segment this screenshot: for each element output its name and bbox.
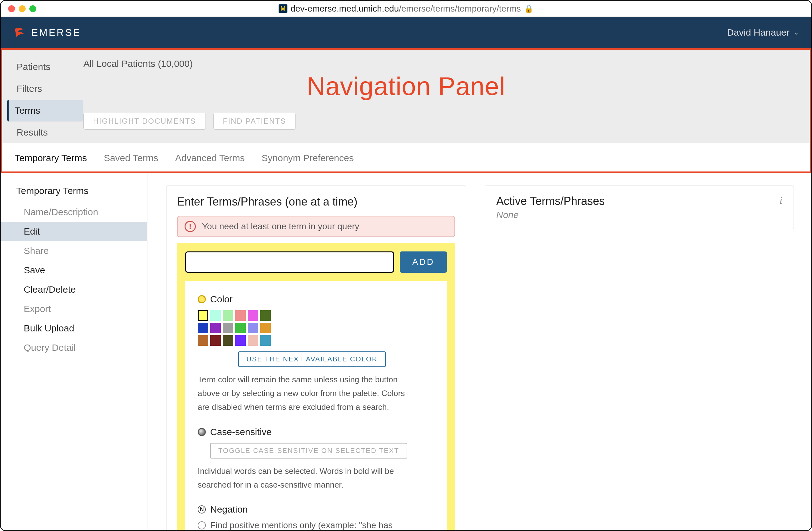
negation-heading-label: Negation [210, 504, 248, 515]
subtab-synonym-preferences[interactable]: Synonym Preferences [262, 153, 354, 163]
sidebar-item-export[interactable]: Export [16, 299, 147, 319]
color-swatch[interactable] [198, 310, 208, 321]
negation-option-positive[interactable]: Find positive mentions only (example: "s… [198, 520, 434, 530]
sidebar-item-save[interactable]: Save [16, 260, 147, 280]
app-navbar: EMERSE David Hanauer ⌄ [1, 17, 811, 48]
color-swatch[interactable] [210, 335, 221, 346]
color-swatch[interactable] [210, 310, 221, 321]
find-patients-button[interactable]: FIND PATIENTS [213, 113, 296, 130]
sidebar-item-query-detail[interactable]: Query Detail [16, 338, 147, 357]
sidebar-item-edit[interactable]: Edit [1, 222, 147, 241]
color-swatch[interactable] [260, 310, 271, 321]
subtab-advanced-terms[interactable]: Advanced Terms [175, 153, 245, 163]
color-swatch[interactable] [223, 322, 233, 333]
color-swatch-grid [198, 310, 279, 346]
color-swatch[interactable] [248, 322, 258, 333]
brand-name: EMERSE [31, 27, 81, 39]
negation-section-heading: N Negation [198, 504, 434, 515]
toggle-case-sensitive-button[interactable]: TOGGLE CASE-SENSITIVE ON SELECTED TEXT [210, 443, 407, 459]
traffic-lights [8, 5, 36, 12]
enter-terms-panel: Enter Terms/Phrases (one at a time) ! Yo… [166, 186, 466, 531]
minimize-window-button[interactable] [19, 5, 26, 12]
color-heading-label: Color [210, 294, 233, 304]
user-name: David Hanauer [727, 27, 789, 38]
primary-nav: Patients Filters Terms Results [2, 50, 83, 143]
active-terms-heading: Active Terms/Phrases [496, 195, 605, 208]
window-titlebar: M dev-emerse.med.umich.edu/emerse/terms/… [1, 1, 811, 17]
sidebar-item-bulk-upload[interactable]: Bulk Upload [16, 319, 147, 338]
patient-context-label: All Local Patients (10,000) [83, 58, 810, 69]
sidebar-item-name-description[interactable]: Name/Description [16, 202, 147, 222]
term-input[interactable] [185, 252, 394, 273]
color-swatch[interactable] [235, 335, 246, 346]
color-swatch[interactable] [235, 310, 246, 321]
add-term-button[interactable]: ADD [400, 252, 447, 273]
color-swatch[interactable] [198, 322, 208, 333]
sidebar-item-share[interactable]: Share [16, 241, 147, 260]
nav-item-terms[interactable]: Terms [7, 100, 83, 121]
color-orb-icon [198, 295, 206, 303]
navigation-panel: Navigation Panel Patients Filters Terms … [1, 48, 811, 173]
color-swatch[interactable] [235, 322, 246, 333]
use-next-color-button[interactable]: USE THE NEXT AVAILABLE COLOR [238, 351, 386, 367]
highlight-documents-button[interactable]: HIGHLIGHT DOCUMENTS [83, 113, 206, 130]
color-swatch[interactable] [248, 335, 258, 346]
nav-item-patients[interactable]: Patients [15, 56, 83, 78]
color-swatch[interactable] [223, 335, 233, 346]
negation-orb-icon: N [198, 505, 206, 514]
terms-subtabs: Temporary Terms Saved Terms Advanced Ter… [2, 143, 810, 171]
nav-item-filters[interactable]: Filters [15, 78, 83, 100]
case-heading-label: Case-sensitive [210, 427, 272, 437]
address-bar[interactable]: M dev-emerse.med.umich.edu/emerse/terms/… [279, 4, 533, 14]
url-path: /emerse/terms/temporary/terms [399, 4, 521, 13]
active-terms-none: None [496, 210, 782, 220]
nav-item-results[interactable]: Results [15, 121, 83, 143]
info-icon[interactable]: i [780, 195, 782, 206]
color-swatch[interactable] [260, 335, 271, 346]
case-section-heading: Case-sensitive [198, 427, 434, 437]
color-section-heading: Color [198, 294, 434, 304]
color-help-text: Term color will remain the same unless u… [198, 373, 410, 414]
favicon: M [279, 4, 287, 13]
color-swatch[interactable] [210, 322, 221, 333]
chevron-down-icon: ⌄ [793, 28, 799, 37]
user-menu[interactable]: David Hanauer ⌄ [727, 27, 799, 38]
brand-logo-icon [13, 26, 26, 39]
term-editor-block: ADD Color USE THE NEXT AVAILABLE COLOR T… [177, 243, 455, 531]
alert-icon: ! [185, 221, 196, 232]
radio-icon [198, 521, 206, 529]
enter-terms-heading: Enter Terms/Phrases (one at a time) [166, 195, 466, 216]
color-swatch[interactable] [198, 335, 208, 346]
sidebar-heading: Temporary Terms [16, 186, 147, 196]
sidebar-item-clear-delete[interactable]: Clear/Delete [16, 280, 147, 299]
close-window-button[interactable] [8, 5, 15, 12]
alert-text: You need at least one term in your query [202, 221, 359, 231]
color-swatch[interactable] [260, 322, 271, 333]
brand[interactable]: EMERSE [13, 26, 81, 39]
maximize-window-button[interactable] [29, 5, 36, 12]
url-domain: dev-emerse.med.umich.edu [290, 4, 399, 13]
color-swatch[interactable] [248, 310, 258, 321]
validation-alert: ! You need at least one term in your que… [177, 216, 455, 237]
lock-icon: 🔒 [524, 4, 533, 13]
case-help-text: Individual words can be selected. Words … [198, 464, 410, 492]
subtab-temporary-terms[interactable]: Temporary Terms [15, 153, 87, 163]
color-swatch[interactable] [223, 310, 233, 321]
negation-option-label: Find positive mentions only (example: "s… [210, 520, 393, 530]
subtab-saved-terms[interactable]: Saved Terms [104, 153, 158, 163]
case-orb-icon [198, 428, 206, 436]
terms-sidebar: Temporary Terms Name/Description Edit Sh… [1, 173, 147, 531]
active-terms-panel: Active Terms/Phrases i None [485, 186, 794, 229]
term-options-card: Color USE THE NEXT AVAILABLE COLOR Term … [185, 281, 447, 531]
